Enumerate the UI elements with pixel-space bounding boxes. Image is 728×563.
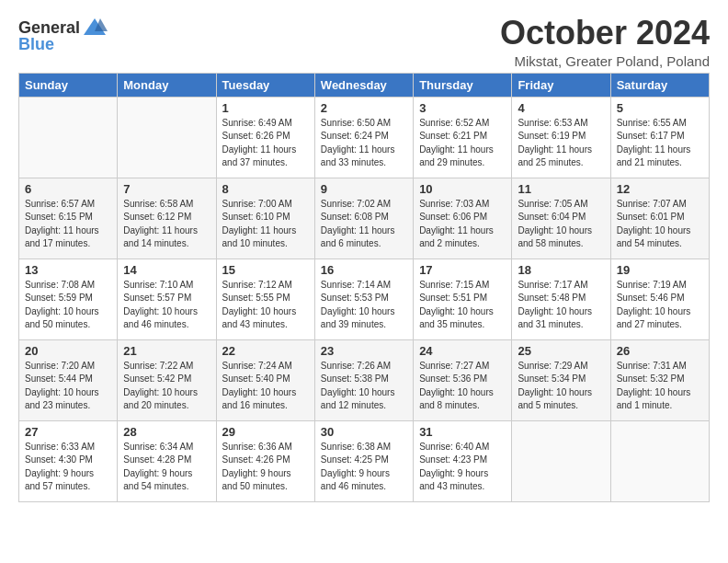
calendar-cell: 31Sunrise: 6:40 AM Sunset: 4:23 PM Dayli… bbox=[414, 420, 512, 501]
day-info: Sunrise: 7:27 AM Sunset: 5:36 PM Dayligh… bbox=[419, 360, 506, 413]
day-number: 3 bbox=[419, 101, 506, 115]
day-number: 26 bbox=[617, 344, 703, 358]
day-number: 20 bbox=[25, 344, 111, 358]
day-number: 12 bbox=[617, 182, 703, 196]
day-number: 4 bbox=[518, 101, 604, 115]
calendar-cell: 5Sunrise: 6:55 AM Sunset: 6:17 PM Daylig… bbox=[610, 97, 709, 178]
calendar-cell: 9Sunrise: 7:02 AM Sunset: 6:08 PM Daylig… bbox=[314, 178, 413, 259]
day-number: 15 bbox=[222, 263, 309, 277]
calendar-cell: 14Sunrise: 7:10 AM Sunset: 5:57 PM Dayli… bbox=[118, 259, 216, 339]
day-info: Sunrise: 7:20 AM Sunset: 5:44 PM Dayligh… bbox=[25, 360, 111, 413]
header: General Blue October 2024 Mikstat, Great… bbox=[18, 15, 710, 69]
calendar-cell: 10Sunrise: 7:03 AM Sunset: 6:06 PM Dayli… bbox=[414, 178, 512, 259]
day-number: 30 bbox=[321, 425, 407, 439]
day-number: 29 bbox=[222, 425, 309, 439]
calendar-cell: 24Sunrise: 7:27 AM Sunset: 5:36 PM Dayli… bbox=[414, 339, 512, 420]
day-info: Sunrise: 7:03 AM Sunset: 6:06 PM Dayligh… bbox=[419, 198, 506, 251]
col-tuesday: Tuesday bbox=[216, 73, 314, 97]
calendar-cell: 3Sunrise: 6:52 AM Sunset: 6:21 PM Daylig… bbox=[414, 97, 512, 178]
calendar-cell: 20Sunrise: 7:20 AM Sunset: 5:44 PM Dayli… bbox=[19, 339, 118, 420]
day-number: 31 bbox=[419, 425, 506, 439]
day-number: 13 bbox=[25, 263, 111, 277]
calendar-table: Sunday Monday Tuesday Wednesday Thursday… bbox=[18, 73, 710, 502]
day-info: Sunrise: 7:29 AM Sunset: 5:34 PM Dayligh… bbox=[518, 360, 604, 413]
day-number: 1 bbox=[222, 101, 309, 115]
header-row: Sunday Monday Tuesday Wednesday Thursday… bbox=[19, 73, 710, 97]
calendar-week-3: 13Sunrise: 7:08 AM Sunset: 5:59 PM Dayli… bbox=[19, 259, 710, 339]
day-number: 19 bbox=[617, 263, 703, 277]
day-number: 25 bbox=[518, 344, 604, 358]
day-info: Sunrise: 7:05 AM Sunset: 6:04 PM Dayligh… bbox=[518, 198, 604, 251]
calendar-cell bbox=[512, 420, 610, 501]
day-info: Sunrise: 6:53 AM Sunset: 6:19 PM Dayligh… bbox=[518, 117, 604, 170]
day-number: 17 bbox=[419, 263, 506, 277]
day-info: Sunrise: 7:24 AM Sunset: 5:40 PM Dayligh… bbox=[222, 360, 309, 413]
location-title: Mikstat, Greater Poland, Poland bbox=[500, 53, 710, 69]
day-number: 8 bbox=[222, 182, 309, 196]
calendar-cell: 2Sunrise: 6:50 AM Sunset: 6:24 PM Daylig… bbox=[314, 97, 413, 178]
day-info: Sunrise: 7:22 AM Sunset: 5:42 PM Dayligh… bbox=[123, 360, 210, 413]
calendar-cell: 12Sunrise: 7:07 AM Sunset: 6:01 PM Dayli… bbox=[610, 178, 709, 259]
calendar-cell bbox=[19, 97, 118, 178]
day-number: 11 bbox=[518, 182, 604, 196]
calendar-cell: 23Sunrise: 7:26 AM Sunset: 5:38 PM Dayli… bbox=[314, 339, 413, 420]
calendar-cell: 30Sunrise: 6:38 AM Sunset: 4:25 PM Dayli… bbox=[314, 420, 413, 501]
day-info: Sunrise: 6:57 AM Sunset: 6:15 PM Dayligh… bbox=[25, 198, 111, 251]
day-number: 10 bbox=[419, 182, 506, 196]
day-info: Sunrise: 7:15 AM Sunset: 5:51 PM Dayligh… bbox=[419, 279, 506, 332]
day-info: Sunrise: 7:08 AM Sunset: 5:59 PM Dayligh… bbox=[25, 279, 111, 332]
calendar-week-2: 6Sunrise: 6:57 AM Sunset: 6:15 PM Daylig… bbox=[19, 178, 710, 259]
day-info: Sunrise: 6:58 AM Sunset: 6:12 PM Dayligh… bbox=[123, 198, 210, 251]
day-info: Sunrise: 6:55 AM Sunset: 6:17 PM Dayligh… bbox=[617, 117, 703, 170]
calendar-cell: 28Sunrise: 6:34 AM Sunset: 4:28 PM Dayli… bbox=[118, 420, 216, 501]
day-info: Sunrise: 6:33 AM Sunset: 4:30 PM Dayligh… bbox=[25, 441, 111, 494]
col-wednesday: Wednesday bbox=[314, 73, 413, 97]
calendar-cell: 27Sunrise: 6:33 AM Sunset: 4:30 PM Dayli… bbox=[19, 420, 118, 501]
calendar-cell: 6Sunrise: 6:57 AM Sunset: 6:15 PM Daylig… bbox=[19, 178, 118, 259]
col-monday: Monday bbox=[118, 73, 216, 97]
day-number: 28 bbox=[123, 425, 210, 439]
logo-blue: Blue bbox=[18, 35, 54, 54]
month-title: October 2024 bbox=[500, 15, 710, 52]
calendar-cell: 22Sunrise: 7:24 AM Sunset: 5:40 PM Dayli… bbox=[216, 339, 314, 420]
calendar-cell: 18Sunrise: 7:17 AM Sunset: 5:48 PM Dayli… bbox=[512, 259, 610, 339]
col-sunday: Sunday bbox=[19, 73, 118, 97]
calendar-week-1: 1Sunrise: 6:49 AM Sunset: 6:26 PM Daylig… bbox=[19, 97, 710, 178]
calendar-cell bbox=[118, 97, 216, 178]
day-info: Sunrise: 6:36 AM Sunset: 4:26 PM Dayligh… bbox=[222, 441, 309, 494]
day-info: Sunrise: 7:26 AM Sunset: 5:38 PM Dayligh… bbox=[321, 360, 407, 413]
calendar-cell: 29Sunrise: 6:36 AM Sunset: 4:26 PM Dayli… bbox=[216, 420, 314, 501]
calendar-cell: 16Sunrise: 7:14 AM Sunset: 5:53 PM Dayli… bbox=[314, 259, 413, 339]
day-number: 2 bbox=[321, 101, 407, 115]
calendar-cell: 26Sunrise: 7:31 AM Sunset: 5:32 PM Dayli… bbox=[610, 339, 709, 420]
day-info: Sunrise: 7:10 AM Sunset: 5:57 PM Dayligh… bbox=[123, 279, 210, 332]
day-number: 27 bbox=[25, 425, 111, 439]
calendar-cell bbox=[610, 420, 709, 501]
day-info: Sunrise: 6:40 AM Sunset: 4:23 PM Dayligh… bbox=[419, 441, 506, 494]
title-block: October 2024 Mikstat, Greater Poland, Po… bbox=[500, 15, 710, 69]
page: General Blue October 2024 Mikstat, Great… bbox=[0, 0, 728, 517]
calendar-week-4: 20Sunrise: 7:20 AM Sunset: 5:44 PM Dayli… bbox=[19, 339, 710, 420]
calendar-cell: 17Sunrise: 7:15 AM Sunset: 5:51 PM Dayli… bbox=[414, 259, 512, 339]
day-number: 7 bbox=[123, 182, 210, 196]
logo-icon bbox=[82, 15, 108, 40]
day-info: Sunrise: 7:31 AM Sunset: 5:32 PM Dayligh… bbox=[617, 360, 703, 413]
day-number: 14 bbox=[123, 263, 210, 277]
day-info: Sunrise: 7:07 AM Sunset: 6:01 PM Dayligh… bbox=[617, 198, 703, 251]
col-saturday: Saturday bbox=[610, 73, 709, 97]
calendar-cell: 4Sunrise: 6:53 AM Sunset: 6:19 PM Daylig… bbox=[512, 97, 610, 178]
calendar-cell: 25Sunrise: 7:29 AM Sunset: 5:34 PM Dayli… bbox=[512, 339, 610, 420]
day-number: 22 bbox=[222, 344, 309, 358]
col-thursday: Thursday bbox=[414, 73, 512, 97]
calendar-cell: 15Sunrise: 7:12 AM Sunset: 5:55 PM Dayli… bbox=[216, 259, 314, 339]
day-info: Sunrise: 6:34 AM Sunset: 4:28 PM Dayligh… bbox=[123, 441, 210, 494]
calendar-week-5: 27Sunrise: 6:33 AM Sunset: 4:30 PM Dayli… bbox=[19, 420, 710, 501]
day-number: 23 bbox=[321, 344, 407, 358]
day-info: Sunrise: 7:19 AM Sunset: 5:46 PM Dayligh… bbox=[617, 279, 703, 332]
day-info: Sunrise: 7:17 AM Sunset: 5:48 PM Dayligh… bbox=[518, 279, 604, 332]
day-info: Sunrise: 6:52 AM Sunset: 6:21 PM Dayligh… bbox=[419, 117, 506, 170]
calendar-cell: 13Sunrise: 7:08 AM Sunset: 5:59 PM Dayli… bbox=[19, 259, 118, 339]
day-info: Sunrise: 6:49 AM Sunset: 6:26 PM Dayligh… bbox=[222, 117, 309, 170]
col-friday: Friday bbox=[512, 73, 610, 97]
calendar-cell: 8Sunrise: 7:00 AM Sunset: 6:10 PM Daylig… bbox=[216, 178, 314, 259]
